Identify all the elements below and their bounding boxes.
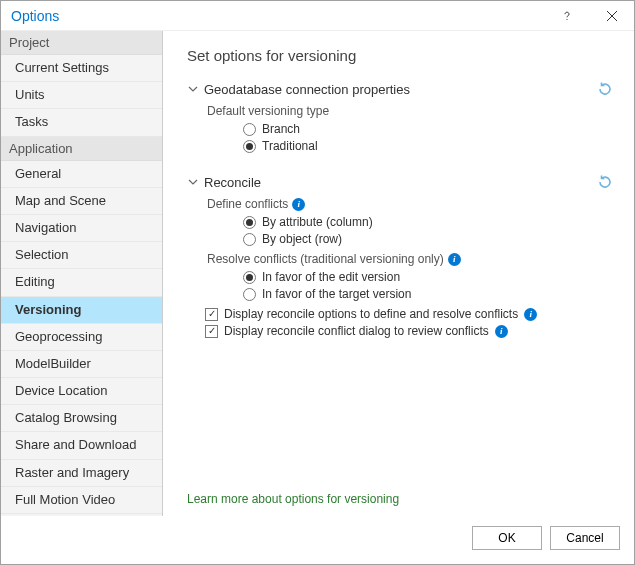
field-default-versioning: Default versioning type Branch Tradition… [207, 104, 614, 153]
titlebar: Options [1, 1, 634, 31]
radio-by-attribute[interactable]: By attribute (column) [243, 215, 614, 229]
cancel-button[interactable]: Cancel [550, 526, 620, 550]
section-reconcile: Reconcile Define conflicts i By attribut… [187, 173, 614, 341]
check-label: Display reconcile conflict dialog to rev… [224, 324, 489, 338]
sidebar-item-modelbuilder[interactable]: ModelBuilder [1, 351, 162, 378]
sidebar-item-navigation[interactable]: Navigation [1, 215, 162, 242]
field-resolve-conflicts: Resolve conflicts (traditional versionin… [207, 252, 614, 301]
sidebar-item-device-location[interactable]: Device Location [1, 378, 162, 405]
field-define-conflicts: Define conflicts i By attribute (column)… [207, 197, 614, 246]
close-button[interactable] [589, 1, 634, 31]
page-title: Set options for versioning [187, 47, 614, 64]
section-header-geodatabase[interactable]: Geodatabase connection properties [187, 80, 614, 98]
radio-label: By object (row) [262, 232, 342, 246]
info-icon[interactable]: i [292, 198, 305, 211]
sidebar-group-header[interactable]: Application [1, 137, 162, 161]
radio-favor-target[interactable]: In favor of the target version [243, 287, 614, 301]
checkbox-icon [205, 308, 218, 321]
check-display-options[interactable]: Display reconcile options to define and … [205, 307, 614, 321]
sidebar-item-catalog-browsing[interactable]: Catalog Browsing [1, 405, 162, 432]
radio-icon [243, 233, 256, 246]
radio-label: In favor of the edit version [262, 270, 400, 284]
content-pane: Set options for versioning Geodatabase c… [163, 31, 634, 516]
sidebar-item-share-and-download[interactable]: Share and Download [1, 432, 162, 459]
learn-more-link[interactable]: Learn more about options for versioning [187, 482, 614, 506]
sidebar-item-general[interactable]: General [1, 161, 162, 188]
radio-icon [243, 271, 256, 284]
radio-label: In favor of the target version [262, 287, 411, 301]
radio-icon [243, 140, 256, 153]
radio-label: Branch [262, 122, 300, 136]
check-display-dialog[interactable]: Display reconcile conflict dialog to rev… [205, 324, 614, 338]
radio-by-object[interactable]: By object (row) [243, 232, 614, 246]
sidebar-item-tasks[interactable]: Tasks [1, 109, 162, 136]
info-icon[interactable]: i [524, 308, 537, 321]
sidebar-item-current-settings[interactable]: Current Settings [1, 55, 162, 82]
check-label: Display reconcile options to define and … [224, 307, 518, 321]
section-geodatabase: Geodatabase connection properties Defaul… [187, 80, 614, 159]
footer: OK Cancel [1, 516, 634, 564]
radio-icon [243, 123, 256, 136]
reset-icon[interactable] [596, 80, 614, 98]
section-header-reconcile[interactable]: Reconcile [187, 173, 614, 191]
default-versioning-label: Default versioning type [207, 104, 614, 118]
sidebar-item-versioning[interactable]: Versioning [1, 297, 162, 324]
main-area: ProjectCurrent SettingsUnitsTasksApplica… [1, 31, 634, 516]
resolve-conflicts-label: Resolve conflicts (traditional versionin… [207, 252, 614, 266]
window-title: Options [11, 8, 59, 24]
info-icon[interactable]: i [448, 253, 461, 266]
svg-point-0 [566, 18, 567, 19]
sidebar-item-raster-and-imagery[interactable]: Raster and Imagery [1, 460, 162, 487]
sidebar[interactable]: ProjectCurrent SettingsUnitsTasksApplica… [1, 31, 163, 516]
section-title-geodatabase: Geodatabase connection properties [204, 82, 410, 97]
ok-button[interactable]: OK [472, 526, 542, 550]
radio-icon [243, 216, 256, 229]
radio-traditional[interactable]: Traditional [243, 139, 614, 153]
radio-branch[interactable]: Branch [243, 122, 614, 136]
section-title-reconcile: Reconcile [204, 175, 261, 190]
sidebar-item-selection[interactable]: Selection [1, 242, 162, 269]
radio-favor-edit[interactable]: In favor of the edit version [243, 270, 614, 284]
chevron-down-icon [187, 83, 199, 95]
radio-icon [243, 288, 256, 301]
sidebar-item-full-motion-video[interactable]: Full Motion Video [1, 487, 162, 514]
chevron-down-icon [187, 176, 199, 188]
reset-icon[interactable] [596, 173, 614, 191]
sidebar-item-editing[interactable]: Editing [1, 269, 162, 296]
titlebar-controls [544, 1, 634, 31]
radio-label: Traditional [262, 139, 318, 153]
sidebar-item-units[interactable]: Units [1, 82, 162, 109]
define-conflicts-label: Define conflicts i [207, 197, 614, 211]
info-icon[interactable]: i [495, 325, 508, 338]
sidebar-group-header[interactable]: Project [1, 31, 162, 55]
sidebar-item-geoprocessing[interactable]: Geoprocessing [1, 324, 162, 351]
radio-label: By attribute (column) [262, 215, 373, 229]
help-button[interactable] [544, 1, 589, 31]
sidebar-item-map-and-scene[interactable]: Map and Scene [1, 188, 162, 215]
checkbox-icon [205, 325, 218, 338]
